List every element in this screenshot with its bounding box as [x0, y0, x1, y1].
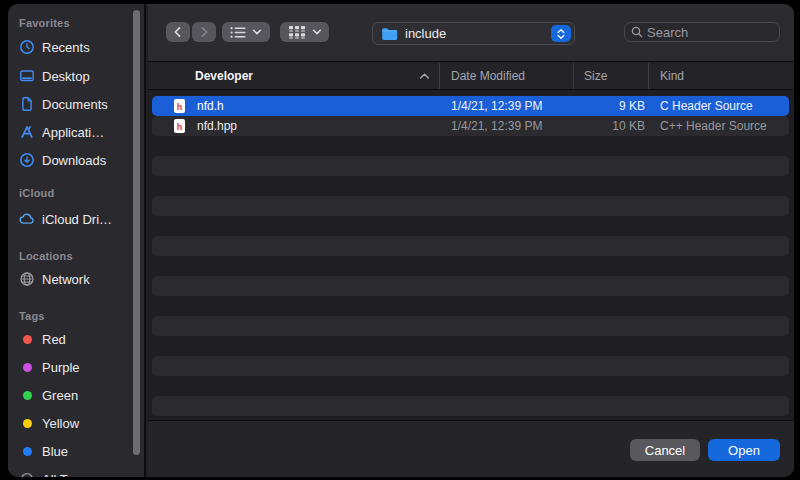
- sidebar-item-label: Blue: [42, 444, 68, 459]
- dialog-content: include Developer Date Modified Size Kin…: [148, 4, 794, 477]
- folder-icon: [381, 27, 398, 41]
- sidebar-item-label: Purple: [42, 360, 80, 375]
- open-button[interactable]: Open: [708, 439, 780, 461]
- sidebar-item-label: Applicati…: [42, 125, 104, 140]
- sidebar-item-tag-red[interactable]: Red: [8, 327, 144, 351]
- icon-view-icon: [288, 25, 306, 39]
- column-header-kind[interactable]: Kind: [649, 63, 794, 89]
- file-date-modified: 1/4/21, 12:39 PM: [440, 116, 574, 136]
- empty-row-stripe: [152, 236, 789, 256]
- toolbar: include: [148, 4, 794, 62]
- appstore-icon: [19, 124, 35, 140]
- table-header: Developer Date Modified Size Kind: [148, 63, 794, 90]
- up-down-chevrons-icon: [556, 28, 566, 40]
- file-date-modified: 1/4/21, 12:39 PM: [440, 96, 574, 116]
- sidebar-section-favorites: Favorites: [19, 17, 70, 30]
- sidebar-item-tag-purple[interactable]: Purple: [8, 355, 144, 379]
- tag-purple-icon: [19, 359, 35, 375]
- sidebar-item-icloud-drive[interactable]: iCloud Dri…: [8, 207, 144, 231]
- sidebar-scrollbar[interactable]: [133, 10, 140, 455]
- popup-stepper[interactable]: [551, 25, 571, 42]
- search-input[interactable]: [647, 25, 757, 40]
- file-size: 10 KB: [574, 116, 649, 136]
- chevron-down-icon: [312, 27, 322, 37]
- back-button[interactable]: [166, 22, 190, 42]
- sidebar-item-desktop[interactable]: Desktop: [8, 64, 144, 88]
- chevron-left-icon: [172, 26, 184, 38]
- sidebar-section-locations: Locations: [19, 250, 73, 263]
- tag-blue-icon: [19, 443, 35, 459]
- list-view-button[interactable]: [222, 22, 270, 42]
- all-tags-icon: [19, 471, 35, 477]
- sidebar: Favorites Recents Desktop Documents Appl…: [8, 4, 146, 477]
- sidebar-item-label: Desktop: [42, 69, 90, 84]
- empty-row-stripe: [152, 276, 789, 296]
- file-name: nfd.h: [197, 99, 224, 113]
- open-file-dialog: Favorites Recents Desktop Documents Appl…: [8, 4, 794, 477]
- empty-row-stripe: [152, 396, 789, 416]
- file-list: h nfd.h 1/4/21, 12:39 PM 9 KB C Header S…: [148, 91, 794, 420]
- sidebar-item-label: Red: [42, 332, 66, 347]
- file-row-nfd-h[interactable]: h nfd.h 1/4/21, 12:39 PM 9 KB C Header S…: [152, 96, 789, 116]
- empty-row-stripe: [152, 316, 789, 336]
- empty-row-stripe: [152, 156, 789, 176]
- folder-popup-button[interactable]: include: [372, 22, 575, 45]
- tag-green-icon: [19, 387, 35, 403]
- sidebar-item-label: Green: [42, 388, 78, 403]
- file-row-nfd-hpp[interactable]: h nfd.hpp 1/4/21, 12:39 PM 10 KB C++ Hea…: [152, 116, 789, 136]
- sidebar-item-label: iCloud Dri…: [42, 212, 112, 227]
- file-kind: C++ Header Source: [649, 116, 789, 136]
- sidebar-item-label: Yellow: [42, 416, 79, 431]
- desktop-icon: [19, 68, 35, 84]
- sidebar-item-label: Network: [42, 272, 90, 287]
- download-icon: [19, 152, 35, 168]
- column-header-size[interactable]: Size: [574, 63, 649, 89]
- empty-row-stripe: [152, 356, 789, 376]
- sidebar-item-tag-green[interactable]: Green: [8, 383, 144, 407]
- globe-icon: [19, 271, 35, 287]
- column-header-date-modified[interactable]: Date Modified: [440, 63, 574, 89]
- file-name: nfd.hpp: [197, 119, 237, 133]
- tag-yellow-icon: [19, 415, 35, 431]
- sidebar-item-tag-blue[interactable]: Blue: [8, 439, 144, 463]
- sidebar-section-tags: Tags: [19, 310, 45, 323]
- empty-row-stripe: [152, 196, 789, 216]
- sidebar-item-label: Documents: [42, 97, 108, 112]
- sidebar-item-applications[interactable]: Applicati…: [8, 120, 144, 144]
- folder-popup-value: include: [405, 26, 446, 41]
- header-file-icon: h: [174, 119, 185, 133]
- cloud-icon: [19, 211, 35, 227]
- search-field[interactable]: [624, 22, 780, 42]
- chevron-down-icon: [252, 27, 262, 37]
- sidebar-item-label: Downloads: [42, 153, 106, 168]
- chevron-right-icon: [198, 26, 210, 38]
- sort-ascending-icon: [419, 72, 430, 80]
- sidebar-item-label: All Tags: [42, 472, 87, 478]
- sidebar-item-all-tags[interactable]: All Tags: [8, 467, 144, 477]
- list-view-icon: [230, 26, 246, 39]
- sidebar-item-tag-yellow[interactable]: Yellow: [8, 411, 144, 435]
- clock-icon: [19, 39, 35, 55]
- sidebar-item-downloads[interactable]: Downloads: [8, 148, 144, 172]
- file-size: 9 KB: [574, 96, 649, 116]
- column-header-developer[interactable]: Developer: [148, 63, 440, 89]
- tag-red-icon: [19, 331, 35, 347]
- search-icon: [631, 26, 643, 38]
- dialog-footer: Cancel Open: [148, 420, 794, 477]
- cancel-button[interactable]: Cancel: [630, 439, 700, 461]
- icon-view-button[interactable]: [280, 22, 329, 42]
- document-icon: [19, 96, 35, 112]
- sidebar-item-network[interactable]: Network: [8, 267, 144, 291]
- sidebar-item-label: Recents: [42, 40, 90, 55]
- header-file-icon: h: [174, 99, 185, 113]
- file-kind: C Header Source: [649, 96, 789, 116]
- sidebar-item-recents[interactable]: Recents: [8, 35, 144, 59]
- sidebar-item-documents[interactable]: Documents: [8, 92, 144, 116]
- sidebar-section-icloud: iCloud: [19, 187, 54, 200]
- forward-button[interactable]: [192, 22, 216, 42]
